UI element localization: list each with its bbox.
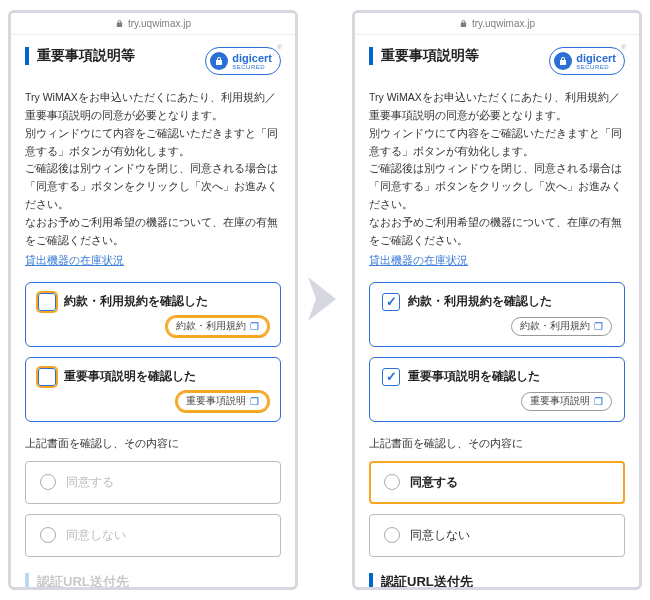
lock-icon <box>459 19 468 28</box>
seal-lock-icon <box>210 52 228 70</box>
digicert-seal: © digicert SECURED <box>205 47 281 75</box>
agree-radio[interactable]: 同意する <box>369 461 625 504</box>
stock-link[interactable]: 貸出機器の在庫状況 <box>369 254 468 268</box>
terms-open-button[interactable]: 約款・利用規約 ❐ <box>511 317 612 336</box>
important-checkbox[interactable] <box>38 368 56 386</box>
url-bar: try.uqwimax.jp <box>355 13 639 35</box>
phone-before: try.uqwimax.jp 重要事項説明等 © digicert SECURE… <box>8 10 298 590</box>
page-content: 重要事項説明等 © digicert SECURED Try WiMAXをお申込… <box>11 35 295 587</box>
terms-checkbox[interactable] <box>38 293 56 311</box>
terms-label: 約款・利用規約を確認した <box>408 294 552 309</box>
agree-radio[interactable]: 同意する <box>25 461 281 504</box>
page-content: 重要事項説明等 © digicert SECURED Try WiMAXをお申込… <box>355 35 639 587</box>
url-text: try.uqwimax.jp <box>128 18 191 29</box>
url-bar: try.uqwimax.jp <box>11 13 295 35</box>
important-open-button[interactable]: 重要事項説明 ❐ <box>177 392 268 411</box>
important-open-button[interactable]: 重要事項説明 ❐ <box>521 392 612 411</box>
terms-label: 約款・利用規約を確認した <box>64 294 208 309</box>
confirm-text: 上記書面を確認し、その内容に <box>369 436 625 451</box>
next-section-title-cut: 認証URL送付先 <box>25 573 281 587</box>
radio-icon <box>40 527 56 543</box>
arrow-icon <box>308 277 342 323</box>
terms-card: 約款・利用規約を確認した 約款・利用規約 ❐ <box>25 282 281 347</box>
disagree-radio[interactable]: 同意しない <box>25 514 281 557</box>
confirm-text: 上記書面を確認し、その内容に <box>25 436 281 451</box>
seal-brand: digicert <box>232 52 272 64</box>
terms-checkbox[interactable] <box>382 293 400 311</box>
radio-icon <box>40 474 56 490</box>
radio-icon <box>384 474 400 490</box>
disagree-radio[interactable]: 同意しない <box>369 514 625 557</box>
page-title: 重要事項説明等 <box>25 47 135 65</box>
terms-card: 約款・利用規約を確認した 約款・利用規約 ❐ <box>369 282 625 347</box>
external-link-icon: ❐ <box>250 396 259 407</box>
digicert-seal: © digicert SECURED <box>549 47 625 75</box>
important-label: 重要事項説明を確認した <box>64 369 196 384</box>
seal-brand: digicert <box>576 52 616 64</box>
phone-after: try.uqwimax.jp 重要事項説明等 © digicert SECURE… <box>352 10 642 590</box>
external-link-icon: ❐ <box>594 321 603 332</box>
external-link-icon: ❐ <box>250 321 259 332</box>
next-section-title: 認証URL送付先 <box>369 573 625 587</box>
body-text: Try WiMAXをお申込いただくにあたり、利用規約／重要事項説明の同意が必要と… <box>25 89 281 250</box>
terms-open-button[interactable]: 約款・利用規約 ❐ <box>167 317 268 336</box>
important-label: 重要事項説明を確認した <box>408 369 540 384</box>
page-title: 重要事項説明等 <box>369 47 479 65</box>
body-text: Try WiMAXをお申込いただくにあたり、利用規約／重要事項説明の同意が必要と… <box>369 89 625 250</box>
lock-icon <box>115 19 124 28</box>
important-card: 重要事項説明を確認した 重要事項説明 ❐ <box>369 357 625 422</box>
important-checkbox[interactable] <box>382 368 400 386</box>
url-text: try.uqwimax.jp <box>472 18 535 29</box>
radio-icon <box>384 527 400 543</box>
seal-lock-icon <box>554 52 572 70</box>
important-card: 重要事項説明を確認した 重要事項説明 ❐ <box>25 357 281 422</box>
external-link-icon: ❐ <box>594 396 603 407</box>
stock-link[interactable]: 貸出機器の在庫状況 <box>25 254 124 268</box>
